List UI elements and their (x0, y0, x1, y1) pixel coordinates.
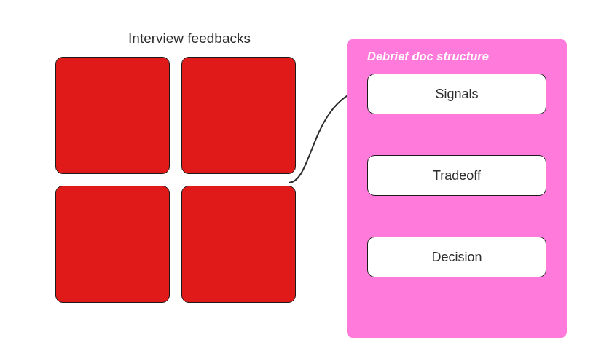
feedback-box (55, 57, 170, 174)
debrief-item-decision: Decision (367, 237, 546, 277)
debrief-item-signals: Signals (367, 74, 546, 114)
feedback-box (55, 186, 170, 303)
debrief-item-tradeoff: Tradeoff (367, 155, 546, 196)
debrief-panel-title: Debrief doc structure (367, 50, 546, 63)
feedback-grid (55, 57, 296, 303)
debrief-panel: Debrief doc structure Signals Tradeoff D… (347, 39, 567, 338)
debrief-items-list: Signals Tradeoff Decision (367, 74, 546, 277)
feedback-box (181, 57, 296, 174)
interview-feedbacks-title: Interview feedbacks (87, 31, 291, 47)
feedback-box (181, 186, 296, 303)
